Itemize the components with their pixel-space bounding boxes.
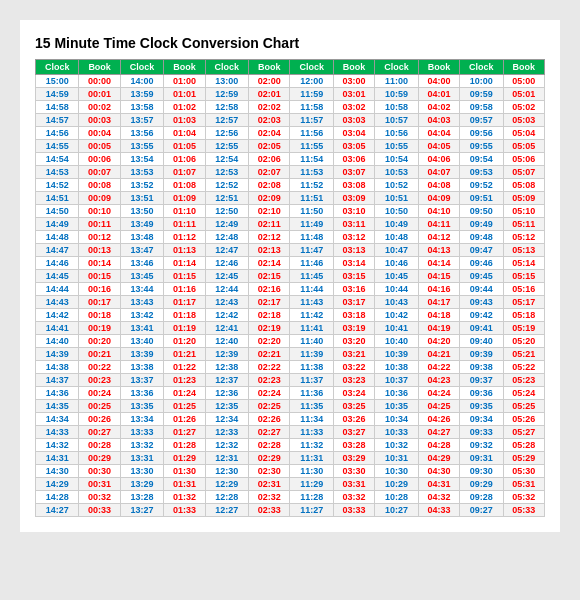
clock-cell: 13:49: [120, 218, 163, 231]
book-cell: 05:02: [503, 101, 544, 114]
book-cell: 03:24: [333, 387, 374, 400]
table-row: 14:5400:0613:5401:0612:5402:0611:5403:06…: [36, 153, 545, 166]
clock-cell: 10:52: [375, 179, 418, 192]
clock-cell: 14:38: [36, 361, 79, 374]
clock-cell: 09:35: [460, 400, 503, 413]
table-row: 14:4200:1813:4201:1812:4202:1811:4203:18…: [36, 309, 545, 322]
table-row: 14:5100:0913:5101:0912:5102:0911:5103:09…: [36, 192, 545, 205]
clock-cell: 12:50: [205, 205, 248, 218]
book-cell: 03:33: [333, 504, 374, 517]
clock-cell: 10:56: [375, 127, 418, 140]
clock-cell: 10:29: [375, 478, 418, 491]
clock-cell: 09:27: [460, 504, 503, 517]
book-cell: 01:23: [164, 374, 205, 387]
book-header: Book: [164, 60, 205, 75]
clock-cell: 10:28: [375, 491, 418, 504]
clock-cell: 12:27: [205, 504, 248, 517]
clock-cell: 13:27: [120, 504, 163, 517]
clock-cell: 13:51: [120, 192, 163, 205]
clock-cell: 12:53: [205, 166, 248, 179]
book-cell: 05:06: [503, 153, 544, 166]
clock-cell: 09:55: [460, 140, 503, 153]
clock-cell: 12:29: [205, 478, 248, 491]
book-cell: 01:16: [164, 283, 205, 296]
clock-cell: 14:32: [36, 439, 79, 452]
clock-header: Clock: [375, 60, 418, 75]
clock-cell: 10:58: [375, 101, 418, 114]
clock-cell: 10:48: [375, 231, 418, 244]
clock-cell: 10:54: [375, 153, 418, 166]
clock-cell: 11:55: [290, 140, 333, 153]
book-cell: 01:31: [164, 478, 205, 491]
clock-cell: 14:56: [36, 127, 79, 140]
clock-cell: 14:30: [36, 465, 79, 478]
clock-cell: 09:30: [460, 465, 503, 478]
clock-cell: 10:34: [375, 413, 418, 426]
clock-cell: 13:00: [205, 75, 248, 88]
book-cell: 05:25: [503, 400, 544, 413]
book-cell: 01:08: [164, 179, 205, 192]
book-cell: 01:33: [164, 504, 205, 517]
clock-cell: 10:40: [375, 335, 418, 348]
book-cell: 04:19: [418, 322, 459, 335]
clock-cell: 12:54: [205, 153, 248, 166]
clock-cell: 09:47: [460, 244, 503, 257]
book-cell: 01:25: [164, 400, 205, 413]
clock-cell: 09:45: [460, 270, 503, 283]
book-cell: 00:17: [79, 296, 120, 309]
clock-cell: 09:42: [460, 309, 503, 322]
book-cell: 01:12: [164, 231, 205, 244]
book-cell: 03:16: [333, 283, 374, 296]
book-cell: 05:22: [503, 361, 544, 374]
clock-cell: 09:52: [460, 179, 503, 192]
clock-cell: 12:45: [205, 270, 248, 283]
book-cell: 03:03: [333, 114, 374, 127]
book-cell: 04:24: [418, 387, 459, 400]
book-cell: 00:05: [79, 140, 120, 153]
book-cell: 05:29: [503, 452, 544, 465]
book-cell: 00:33: [79, 504, 120, 517]
book-cell: 01:24: [164, 387, 205, 400]
clock-cell: 13:39: [120, 348, 163, 361]
clock-cell: 09:32: [460, 439, 503, 452]
book-cell: 03:05: [333, 140, 374, 153]
book-cell: 00:03: [79, 114, 120, 127]
clock-cell: 14:54: [36, 153, 79, 166]
clock-cell: 14:44: [36, 283, 79, 296]
book-cell: 02:25: [249, 400, 290, 413]
book-cell: 01:30: [164, 465, 205, 478]
clock-cell: 12:56: [205, 127, 248, 140]
clock-cell: 13:41: [120, 322, 163, 335]
clock-cell: 13:45: [120, 270, 163, 283]
clock-cell: 13:47: [120, 244, 163, 257]
clock-cell: 12:36: [205, 387, 248, 400]
book-cell: 01:00: [164, 75, 205, 88]
book-cell: 04:10: [418, 205, 459, 218]
book-cell: 05:00: [503, 75, 544, 88]
book-cell: 03:25: [333, 400, 374, 413]
clock-cell: 10:53: [375, 166, 418, 179]
book-cell: 04:27: [418, 426, 459, 439]
book-cell: 03:21: [333, 348, 374, 361]
book-cell: 03:32: [333, 491, 374, 504]
clock-cell: 12:48: [205, 231, 248, 244]
book-cell: 02:30: [249, 465, 290, 478]
table-row: 14:3600:2413:3601:2412:3602:2411:3603:24…: [36, 387, 545, 400]
clock-cell: 10:43: [375, 296, 418, 309]
table-row: 14:5900:0113:5901:0112:5902:0111:5903:01…: [36, 88, 545, 101]
clock-cell: 12:31: [205, 452, 248, 465]
clock-header: Clock: [460, 60, 503, 75]
book-cell: 02:29: [249, 452, 290, 465]
clock-cell: 10:55: [375, 140, 418, 153]
clock-cell: 13:52: [120, 179, 163, 192]
clock-cell: 09:57: [460, 114, 503, 127]
book-cell: 05:11: [503, 218, 544, 231]
clock-cell: 12:35: [205, 400, 248, 413]
clock-cell: 12:33: [205, 426, 248, 439]
book-cell: 05:23: [503, 374, 544, 387]
book-cell: 04:02: [418, 101, 459, 114]
book-cell: 00:21: [79, 348, 120, 361]
clock-cell: 11:38: [290, 361, 333, 374]
book-cell: 03:29: [333, 452, 374, 465]
clock-cell: 11:40: [290, 335, 333, 348]
